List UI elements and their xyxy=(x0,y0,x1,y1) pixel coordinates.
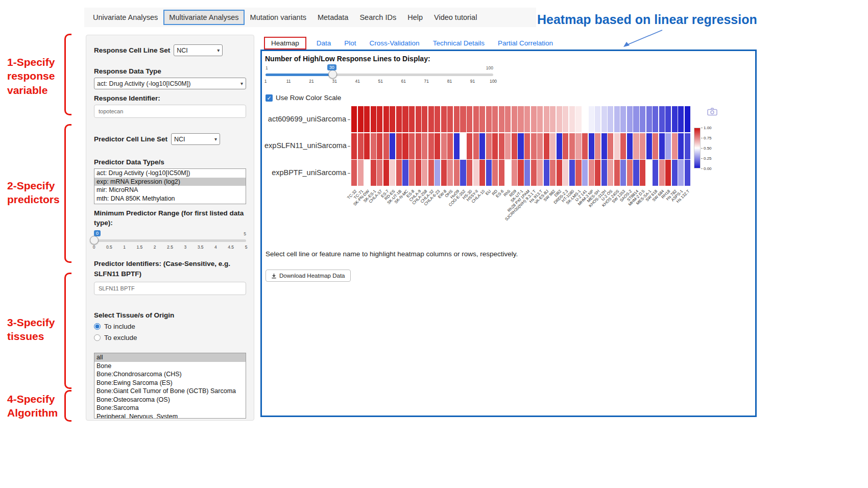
heatmap-cell xyxy=(364,133,370,159)
tissue-option[interactable]: Peripheral_Nervous_System xyxy=(94,412,246,419)
response-data-type-select[interactable]: act: Drug Activity (-log10[IC50M]) ▾ xyxy=(94,78,246,89)
heatmap-cell xyxy=(473,160,479,186)
slider-tick-label: 2 xyxy=(154,245,156,250)
predictor-cell-line-set-select[interactable]: NCI ▾ xyxy=(171,133,220,145)
response-identifier-label: Response Identifier: xyxy=(94,94,246,102)
heatmap-cell xyxy=(416,133,421,159)
heatmap-cell xyxy=(563,160,568,186)
heatmap-cell xyxy=(454,160,460,186)
tissue-option[interactable]: Bone:Osteosarcoma (OS) xyxy=(94,396,246,404)
tissue-scope-to-include[interactable]: To include xyxy=(94,323,246,330)
tissue-listbox[interactable]: allBoneBone:Chondrosarcoma (CHS)Bone:Ewi… xyxy=(94,353,246,419)
tissue-scope-to-exclude[interactable]: To exclude xyxy=(94,334,246,341)
slider-handle[interactable] xyxy=(90,236,99,245)
predictor-data-type-option[interactable]: mir: MicroRNA xyxy=(94,186,246,194)
heatmap-row-label[interactable]: expBPTF_uniSarcoma xyxy=(264,168,346,177)
heatmap-cell xyxy=(582,133,588,159)
heatmap-cell xyxy=(460,160,466,186)
use-row-color-scale[interactable]: ✓ Use Row Color Scale xyxy=(266,94,341,102)
predictor-identifiers-input[interactable] xyxy=(94,282,246,295)
slider-tick-label: 100 xyxy=(490,79,497,84)
tab-heatmap[interactable]: Heatmap xyxy=(264,37,306,50)
slider-tick-label: 71 xyxy=(424,79,429,84)
slider-value-badge: 0 xyxy=(94,230,101,236)
tissue-option[interactable]: Bone:Chondrosarcoma (CHS) xyxy=(94,370,246,379)
heatmap-cell xyxy=(550,106,556,132)
heatmap-cell xyxy=(620,106,626,132)
predictor-data-type-option[interactable]: mth: DNA 850K Methylation xyxy=(94,194,246,203)
heatmap-cell xyxy=(473,106,479,132)
slider-tick-label: 0 xyxy=(93,245,95,250)
checkbox-checked-icon[interactable]: ✓ xyxy=(266,94,273,102)
predictor-data-type-option[interactable]: exp: mRNA Expression (log2) xyxy=(94,178,246,186)
heatmap-cell xyxy=(435,160,440,186)
tissue-option[interactable]: Bone:Giant Cell Tumor of Bone (GCTB) Sar… xyxy=(94,387,246,396)
slider-tick-label: 91 xyxy=(470,79,475,84)
min-predictor-range-slider[interactable]: 0 5 00.511.522.533.544.55 xyxy=(94,230,246,252)
heatmap-column-labels: TC-32TC-71SK-PN-DWSK-ES-1CHLA-57ES-7RD-E… xyxy=(351,187,690,246)
camera-download-icon[interactable] xyxy=(707,107,717,116)
tissue-option[interactable]: all xyxy=(94,353,246,362)
slider-tick-label: 11 xyxy=(286,79,291,84)
step-1-label: 1-Specify response variable xyxy=(7,55,55,97)
tissue-option[interactable]: Bone:Sarcoma xyxy=(94,404,246,412)
tab-data[interactable]: Data xyxy=(314,37,334,49)
response-cell-line-set-select[interactable]: NCI ▾ xyxy=(174,44,223,56)
colorbar-tick xyxy=(701,148,703,149)
nav-item-mutation-variants[interactable]: Mutation variants xyxy=(245,10,312,25)
heatmap-cell xyxy=(653,133,658,159)
nav-item-search-ids[interactable]: Search IDs xyxy=(354,10,402,25)
nav-item-univariate-analyses[interactable]: Univariate Analyses xyxy=(87,10,163,25)
tab-technical-details[interactable]: Technical Details xyxy=(430,37,488,49)
heatmap-cell xyxy=(390,133,395,159)
heatmap-cell xyxy=(665,106,671,132)
heatmap-cell xyxy=(614,160,620,186)
tab-plot[interactable]: Plot xyxy=(341,37,359,49)
heatmap: act609699_uniSarcomaexpSLFN11_uniSarcoma… xyxy=(264,106,755,249)
tissue-option[interactable]: Bone:Ewing Sarcoma (ES) xyxy=(94,379,246,387)
heatmap-cell xyxy=(678,106,684,132)
slider-track[interactable] xyxy=(266,74,493,76)
nav-item-metadata[interactable]: Metadata xyxy=(312,10,354,25)
heatmap-cell xyxy=(473,133,479,159)
heatmap-row-label[interactable]: act609699_uniSarcoma xyxy=(264,115,346,123)
heatmap-cell xyxy=(377,160,382,186)
heatmap-cell xyxy=(531,133,537,159)
tab-cross-validation[interactable]: Cross-Validation xyxy=(367,37,423,49)
heatmap-cell xyxy=(524,106,530,132)
slider-tick-label: 2.5 xyxy=(167,245,173,250)
heatmap-cell xyxy=(582,160,588,186)
heatmap-cell xyxy=(396,160,402,186)
download-icon xyxy=(271,273,277,279)
use-row-color-scale-label: Use Row Color Scale xyxy=(276,94,341,102)
slider-tick-label: 5 xyxy=(245,245,248,250)
response-identifier-input[interactable] xyxy=(94,105,246,118)
slider-tick-label: 1 xyxy=(123,245,126,250)
nav-item-video-tutorial[interactable]: Video tutorial xyxy=(428,10,483,25)
predictor-data-type-option[interactable]: act: Drug Activity (-log10[IC50M]) xyxy=(94,169,246,178)
heatmap-cell xyxy=(428,106,434,132)
slider-handle[interactable] xyxy=(328,70,337,79)
predictor-data-type-listbox[interactable]: act: Drug Activity (-log10[IC50M])exp: m… xyxy=(94,168,246,204)
tab-partial-correlation[interactable]: Partial Correlation xyxy=(495,37,556,49)
heatmap-cell xyxy=(364,106,370,132)
heatmap-cell xyxy=(672,160,678,186)
nav-item-multivariate-analyses[interactable]: Multivariate Analyses xyxy=(163,10,244,25)
heatmap-row-label[interactable]: expSLFN11_uniSarcoma xyxy=(264,141,346,150)
heatmap-cell xyxy=(460,106,466,132)
response-data-type-label: Response Data Type xyxy=(94,67,246,75)
slider-tick-label: 3 xyxy=(184,245,186,250)
heatmap-cell xyxy=(646,160,652,186)
heatmap-cell xyxy=(512,106,517,132)
download-heatmap-data-button[interactable]: Download Heatmap Data xyxy=(266,270,351,282)
nav-item-help[interactable]: Help xyxy=(402,10,428,25)
slider-tick-label: 4 xyxy=(214,245,217,250)
heatmap-cell xyxy=(518,106,523,132)
radio-label: To exclude xyxy=(104,334,137,341)
heatmap-cell xyxy=(512,160,517,186)
tissue-option[interactable]: Bone xyxy=(94,362,246,371)
response-lines-slider[interactable]: 1 100 30 1112131415161718191100 xyxy=(266,64,493,86)
heatmap-cell xyxy=(383,160,389,186)
slider-track[interactable] xyxy=(94,239,246,242)
heatmap-cell xyxy=(371,160,376,186)
